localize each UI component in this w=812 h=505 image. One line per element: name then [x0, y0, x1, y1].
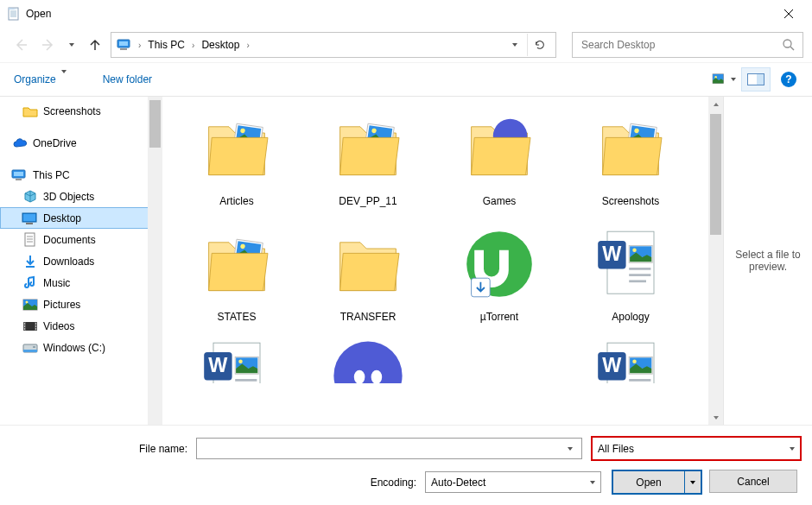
file-thumbnail — [193, 105, 280, 192]
svg-point-34 — [24, 328, 25, 329]
scroll-down-button[interactable] — [708, 410, 723, 425]
body: ScreenshotsOneDriveThis PC3D ObjectsDesk… — [0, 97, 812, 425]
file-item-word2[interactable]: W — [172, 333, 301, 383]
svg-point-36 — [35, 325, 36, 326]
tree-item-videos[interactable]: Videos — [0, 315, 162, 337]
filename-combo[interactable] — [196, 438, 582, 459]
tree-item-music[interactable]: Music — [0, 272, 162, 294]
file-label: STATES — [218, 307, 257, 323]
svg-text:W: W — [208, 354, 228, 376]
preview-pane-button[interactable] — [741, 67, 771, 92]
svg-rect-0 — [9, 8, 18, 20]
svg-rect-16 — [14, 172, 23, 176]
file-item-states[interactable]: STATES — [172, 218, 301, 326]
tree-item-screenshots[interactable]: Screenshots — [0, 100, 162, 122]
breadcrumb-pc[interactable]: This PC — [145, 39, 187, 51]
pc-icon — [117, 38, 132, 52]
scroll-up-icon — [713, 101, 720, 108]
refresh-button[interactable] — [527, 34, 552, 56]
file-thumbnail — [325, 221, 411, 307]
svg-point-72 — [238, 360, 243, 364]
recent-locations-button[interactable] — [64, 43, 79, 47]
chevron-down-icon — [790, 447, 795, 451]
back-button[interactable] — [9, 33, 33, 57]
tree-item-windowsc[interactable]: Windows (C:) — [0, 337, 162, 358]
file-item-devpp11[interactable]: DEV_PP_11 — [303, 102, 433, 211]
file-item-screenshots[interactable]: Screenshots — [566, 102, 695, 211]
tree-scroll-thumb[interactable] — [149, 100, 161, 148]
file-item-discord[interactable] — [303, 333, 433, 383]
forward-button[interactable] — [36, 33, 60, 57]
open-button[interactable]: Open — [613, 471, 684, 493]
filename-history-button[interactable] — [562, 447, 578, 451]
svg-line-9 — [790, 47, 794, 50]
address-bar[interactable]: › This PC › Desktop › — [111, 32, 556, 58]
pic-icon — [21, 295, 40, 314]
list-scroll-thumb[interactable] — [710, 114, 721, 235]
obj3d-icon — [21, 187, 40, 206]
open-button-dropdown[interactable] — [684, 471, 701, 493]
svg-rect-39 — [23, 350, 37, 352]
navbar: › This PC › Desktop › — [0, 28, 812, 62]
close-button[interactable] — [769, 1, 809, 27]
folder-icon — [21, 102, 40, 121]
file-thumbnail — [456, 105, 542, 192]
file-item-articles[interactable]: Articles — [172, 102, 301, 211]
tree-item-onedrive[interactable]: OneDrive — [0, 132, 162, 154]
search-input[interactable] — [580, 38, 782, 52]
new-folder-label: New folder — [103, 73, 152, 85]
file-thumbnail — [587, 105, 674, 192]
address-history-button[interactable] — [503, 34, 527, 56]
encoding-select[interactable]: Auto-Detect — [425, 471, 601, 493]
file-item-word3[interactable]: W — [566, 333, 695, 383]
organize-button[interactable]: Organize — [10, 70, 70, 89]
tree-item-thispc[interactable]: This PC — [0, 164, 162, 186]
breadcrumb-sep: › — [242, 41, 253, 50]
file-item-transfer[interactable]: TRANSFER — [303, 218, 433, 326]
svg-rect-20 — [26, 223, 33, 224]
notepad-icon — [7, 7, 21, 21]
tree-item-label: This PC — [29, 169, 70, 181]
view-options-button[interactable] — [710, 68, 736, 91]
search-box[interactable] — [572, 32, 803, 58]
file-label: TRANSFER — [340, 307, 396, 323]
scroll-up-button[interactable] — [708, 97, 723, 111]
breadcrumb-location[interactable]: Desktop — [199, 39, 242, 51]
file-item-apology[interactable]: WApology — [566, 218, 695, 326]
file-item-games[interactable]: Games — [435, 102, 564, 211]
scroll-down-icon — [713, 414, 720, 421]
tree-item-label: Desktop — [40, 212, 81, 224]
tree-item-documents[interactable]: Documents — [0, 229, 162, 250]
svg-point-8 — [783, 40, 791, 47]
encoding-label: Encoding: — [10, 477, 425, 489]
tree-item-label: Downloads — [40, 256, 94, 268]
help-button[interactable]: ? — [776, 68, 802, 91]
cancel-button[interactable]: Cancel — [709, 470, 797, 493]
tree-item-3dobjects[interactable]: 3D Objects — [0, 186, 162, 207]
list-scrollbar[interactable] — [708, 97, 723, 425]
arrow-up-icon — [88, 38, 102, 52]
svg-text:W: W — [602, 243, 622, 265]
chevron-down-icon — [61, 70, 67, 85]
up-button[interactable] — [83, 33, 107, 57]
file-type-label: All Files — [598, 443, 790, 455]
tree-item-pictures[interactable]: Pictures — [0, 294, 162, 315]
file-item-blank — [435, 333, 564, 383]
file-type-filter[interactable]: All Files — [591, 436, 802, 461]
tree-item-label: Pictures — [40, 299, 80, 311]
file-item-utorrent[interactable]: µTorrent — [435, 218, 564, 326]
filename-label: File name: — [10, 443, 196, 455]
file-label: Articles — [219, 192, 253, 207]
tree-scrollbar[interactable] — [148, 97, 162, 425]
cloud-icon — [10, 134, 29, 153]
tree-item-desktop[interactable]: Desktop — [0, 207, 162, 229]
svg-rect-19 — [23, 214, 35, 221]
chevron-down-icon — [69, 43, 74, 47]
arrow-right-icon — [41, 38, 55, 52]
new-folder-button[interactable]: New folder — [103, 73, 152, 85]
svg-point-76 — [333, 341, 402, 383]
tree-item-downloads[interactable]: Downloads — [0, 250, 162, 272]
file-list: ArticlesDEV_PP_11GamesScreenshotsSTATEST… — [163, 97, 723, 425]
filename-input[interactable] — [200, 442, 562, 456]
svg-rect-7 — [120, 48, 127, 50]
